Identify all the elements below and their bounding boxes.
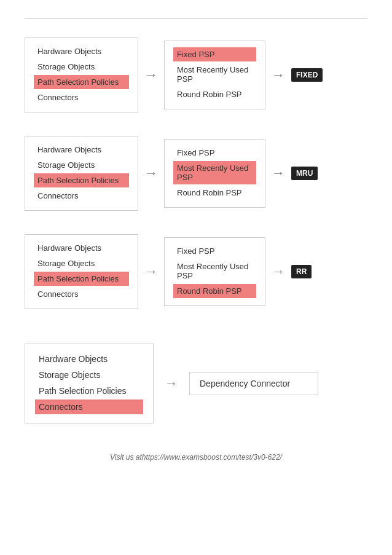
fixed-badge: FIXED bbox=[291, 68, 323, 82]
list-item-highlighted: Connectors bbox=[35, 400, 143, 414]
list-item-highlighted: Fixed PSP bbox=[173, 47, 256, 61]
left-box-mru: Hardware Objects Storage Objects Path Se… bbox=[25, 136, 138, 211]
footer-text: Visit us athttps://www.examsboost.com/te… bbox=[110, 453, 282, 462]
diagram-row-mru: Hardware Objects Storage Objects Path Se… bbox=[25, 136, 367, 211]
diagrams-area: Hardware Objects Storage Objects Path Se… bbox=[25, 37, 367, 441]
arrow2-icon bbox=[272, 264, 285, 280]
list-item: Most Recently Used PSP bbox=[173, 259, 256, 283]
dependency-connector-box: Dependency Connector bbox=[189, 372, 318, 395]
list-item: Storage Objects bbox=[34, 60, 129, 74]
list-item: Connectors bbox=[34, 90, 129, 104]
list-item: Hardware Objects bbox=[35, 352, 143, 366]
left-box-fixed: Hardware Objects Storage Objects Path Se… bbox=[25, 37, 138, 112]
list-item-highlighted: Path Selection Policies bbox=[34, 272, 129, 286]
list-item-highlighted: Path Selection Policies bbox=[34, 173, 129, 187]
list-item: Storage Objects bbox=[34, 158, 129, 172]
right-box-fixed: Fixed PSP Most Recently Used PSP Round R… bbox=[164, 41, 265, 109]
list-item: Path Selection Policies bbox=[35, 384, 143, 398]
diagram-row-rr: Hardware Objects Storage Objects Path Se… bbox=[25, 234, 367, 309]
list-item-highlighted: Most Recently Used PSP bbox=[173, 161, 256, 184]
footer: Visit us athttps://www.examsboost.com/te… bbox=[25, 453, 367, 462]
page-container: Hardware Objects Storage Objects Path Se… bbox=[0, 0, 392, 555]
arrow-icon bbox=[144, 67, 158, 83]
dependency-connector-label: Dependency Connector bbox=[200, 379, 290, 388]
list-item: Storage Objects bbox=[34, 256, 129, 270]
list-item: Connectors bbox=[34, 287, 129, 301]
list-item: Hardware Objects bbox=[34, 44, 129, 58]
list-item: Hardware Objects bbox=[34, 241, 129, 255]
list-item: Hardware Objects bbox=[34, 143, 129, 157]
list-item: Round Robin PSP bbox=[173, 87, 256, 101]
left-box-rr: Hardware Objects Storage Objects Path Se… bbox=[25, 234, 138, 309]
left-box-dependency: Hardware Objects Storage Objects Path Se… bbox=[25, 344, 154, 423]
list-item-highlighted: Path Selection Policies bbox=[34, 75, 129, 89]
diagram-row-dependency: Hardware Objects Storage Objects Path Se… bbox=[25, 344, 367, 423]
arrow2-icon bbox=[272, 165, 285, 181]
top-divider bbox=[25, 18, 367, 19]
list-item: Connectors bbox=[34, 189, 129, 203]
arrow-icon bbox=[165, 376, 178, 392]
arrow-icon bbox=[144, 165, 158, 181]
arrow-icon bbox=[144, 264, 158, 280]
right-box-mru: Fixed PSP Most Recently Used PSP Round R… bbox=[164, 139, 265, 208]
diagram-row-fixed: Hardware Objects Storage Objects Path Se… bbox=[25, 37, 367, 112]
list-item: Fixed PSP bbox=[173, 244, 256, 258]
arrow2-icon bbox=[272, 67, 285, 83]
list-item: Storage Objects bbox=[35, 368, 143, 382]
list-item: Fixed PSP bbox=[173, 146, 256, 160]
list-item: Most Recently Used PSP bbox=[173, 63, 256, 86]
rr-badge: RR bbox=[291, 265, 312, 278]
list-item-highlighted: Round Robin PSP bbox=[173, 284, 256, 298]
list-item: Round Robin PSP bbox=[173, 186, 256, 200]
mru-badge: MRU bbox=[291, 167, 318, 180]
right-box-rr: Fixed PSP Most Recently Used PSP Round R… bbox=[164, 237, 265, 306]
